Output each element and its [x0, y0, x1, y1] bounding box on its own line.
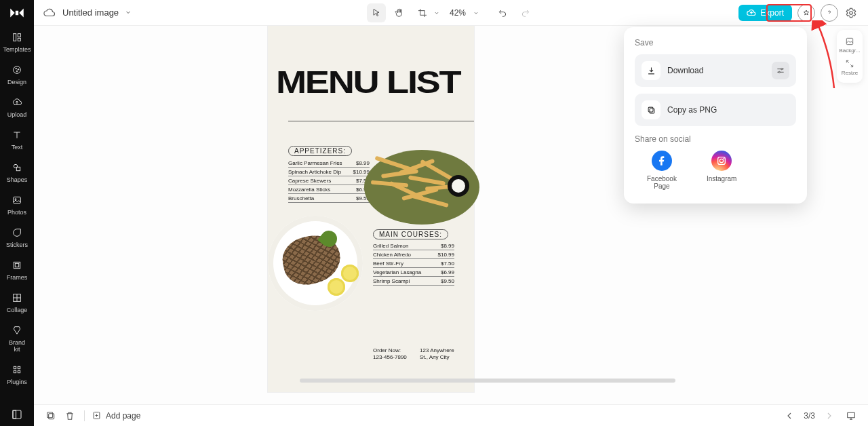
main-course-row: Beef Stir-Fry$7.50 — [373, 260, 454, 268]
export-panel: Save Download Copy as PNG Share on socia… — [624, 27, 807, 204]
bottom-bar: Add page 3/3 — [34, 404, 868, 426]
footer-order: Order Now: 123-456-7890 — [373, 347, 407, 361]
main-course-row: Chicken Alfredo$10.99 — [373, 252, 454, 259]
main-course-row: Grilled Salmon$8.99 — [373, 243, 454, 250]
svg-rect-12 — [14, 262, 20, 268]
share-instagram[interactable]: Instagram — [707, 151, 736, 190]
duplicate-page-button[interactable] — [43, 408, 58, 423]
svg-rect-15 — [14, 366, 16, 368]
share-heading: Share on social — [635, 134, 796, 144]
design-page[interactable]: MENU LIST APPETIZERS: Garlic Parmesan Fr… — [268, 26, 474, 392]
settings-button[interactable] — [844, 5, 859, 20]
plugins-icon — [11, 364, 23, 376]
delete-page-button[interactable] — [62, 408, 77, 423]
download-settings-icon[interactable] — [772, 62, 789, 79]
right-mini-panel: Backgr... Resize — [837, 30, 863, 83]
add-page-button[interactable]: Add page — [92, 410, 140, 421]
svg-rect-17 — [14, 370, 16, 372]
sidebar-text[interactable]: Text — [0, 125, 34, 157]
design-icon — [11, 64, 23, 76]
shapes-icon — [11, 161, 23, 174]
share-facebook[interactable]: Facebook Page — [647, 151, 677, 190]
sidebar-design[interactable]: Design — [0, 60, 34, 92]
svg-rect-1 — [14, 34, 16, 41]
stickers-icon — [11, 227, 23, 239]
svg-rect-10 — [14, 197, 21, 203]
brandkit-icon — [11, 324, 23, 336]
svg-rect-30 — [49, 413, 54, 419]
app-logo — [7, 5, 27, 20]
footer-address: 123 Anywhere St., Any City — [420, 347, 454, 361]
svg-point-27 — [719, 159, 723, 162]
svg-point-7 — [16, 71, 18, 72]
cloud-sync-icon[interactable] — [43, 7, 56, 19]
facebook-icon — [652, 151, 672, 171]
sidebar-stickers[interactable]: Stickers — [0, 222, 34, 255]
svg-rect-24 — [650, 109, 654, 113]
svg-rect-20 — [13, 410, 16, 419]
svg-point-6 — [18, 69, 19, 71]
svg-point-5 — [16, 68, 17, 69]
copy-icon — [642, 100, 660, 119]
menu-title: MENU LIST — [276, 64, 460, 100]
main-course-row: Vegetarian Lasagna$6.99 — [373, 269, 454, 277]
sidebar-templates[interactable]: Templates — [0, 27, 34, 60]
horizontal-scrollbar[interactable] — [300, 379, 675, 383]
svg-rect-0 — [16, 11, 18, 16]
sidebar-brand-kit[interactable]: Brand kit — [0, 320, 34, 360]
food-salmon-illustration — [268, 216, 370, 317]
sidebar-upload[interactable]: Upload — [0, 92, 34, 125]
svg-rect-2 — [18, 34, 20, 37]
background-tool[interactable]: Backgr... — [837, 34, 863, 56]
document-title[interactable]: Untitled image — [62, 7, 119, 18]
present-button[interactable] — [844, 408, 859, 423]
upload-icon — [11, 96, 23, 109]
text-icon — [11, 129, 23, 141]
cursor-tool[interactable] — [367, 3, 386, 22]
page-counter: 3/3 — [804, 411, 815, 421]
redo-button[interactable] — [516, 3, 535, 22]
category-appetizers: APPETIZERS: — [288, 146, 352, 156]
svg-rect-19 — [13, 410, 21, 419]
add-page-icon — [92, 410, 102, 421]
next-page-button[interactable] — [822, 408, 837, 423]
svg-point-22 — [781, 69, 783, 70]
help-button[interactable] — [821, 4, 838, 22]
download-icon — [642, 61, 660, 80]
category-mains: MAIN COURSES: — [373, 229, 448, 239]
svg-rect-31 — [47, 412, 53, 417]
food-fries-illustration — [357, 133, 479, 235]
svg-point-8 — [14, 164, 17, 168]
sidebar-bottom-tool[interactable] — [0, 408, 34, 421]
export-button[interactable]: Export — [738, 5, 792, 21]
hand-tool[interactable] — [390, 3, 409, 22]
svg-point-23 — [778, 71, 780, 73]
export-icon — [747, 8, 756, 18]
svg-rect-3 — [18, 38, 20, 41]
resize-tool[interactable]: Resize — [837, 56, 863, 79]
undo-button[interactable] — [493, 3, 512, 22]
svg-rect-13 — [15, 263, 18, 267]
frames-icon — [11, 259, 23, 271]
title-dropdown[interactable] — [124, 7, 132, 19]
sidebar-photos[interactable]: Photos — [0, 190, 34, 222]
photos-icon — [11, 194, 23, 206]
copy-png-option[interactable]: Copy as PNG — [635, 94, 796, 126]
divider — [288, 121, 474, 121]
main-course-row: Shrimp Scampi$9.50 — [373, 278, 454, 286]
zoom-level[interactable]: 42% — [450, 8, 466, 18]
svg-rect-25 — [648, 107, 653, 112]
left-sidebar: Templates Design Upload Text Shapes Phot… — [0, 0, 34, 426]
sidebar-plugins[interactable]: Plugins — [0, 360, 34, 392]
prev-page-button[interactable] — [782, 408, 797, 423]
sidebar-collage[interactable]: Collage — [0, 288, 34, 320]
sidebar-frames[interactable]: Frames — [0, 255, 34, 288]
crop-tool[interactable] — [413, 3, 440, 22]
favorite-button[interactable] — [797, 4, 815, 22]
download-option[interactable]: Download — [635, 54, 796, 87]
svg-point-28 — [724, 158, 725, 159]
zoom-dropdown[interactable] — [473, 7, 479, 19]
svg-rect-18 — [18, 370, 20, 372]
sidebar-shapes[interactable]: Shapes — [0, 157, 34, 190]
svg-rect-33 — [848, 412, 855, 417]
